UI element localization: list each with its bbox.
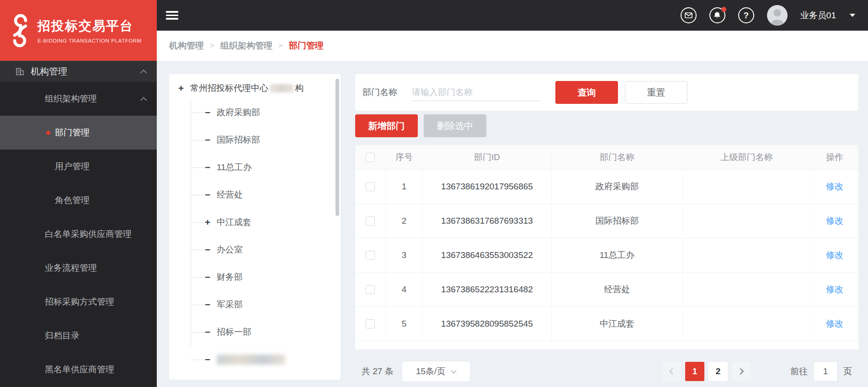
select-all-checkbox[interactable]: [366, 153, 375, 162]
tree-node-label: 办公室: [217, 244, 243, 256]
parent-dept-cell: [683, 238, 811, 272]
sidebar-item-archive-catalog[interactable]: 归档目录: [0, 319, 157, 353]
sidebar-item-bidding-method-mgmt[interactable]: 招标采购方式管理: [0, 285, 157, 319]
tree-node[interactable]: −: [169, 346, 341, 373]
reset-button[interactable]: 重置: [625, 81, 687, 104]
help-icon[interactable]: ?: [738, 7, 754, 23]
sidebar-item-label: 角色管理: [55, 194, 90, 206]
column-header: 部门ID: [423, 145, 552, 169]
row-index: 2: [386, 204, 423, 238]
tree-node[interactable]: −政府采购部: [169, 99, 341, 126]
page-button-1[interactable]: 1: [685, 362, 704, 381]
edit-link[interactable]: 修改: [826, 318, 843, 330]
row-checkbox[interactable]: [366, 319, 375, 328]
row-checkbox[interactable]: [366, 285, 375, 294]
tree-collapse-icon[interactable]: −: [205, 189, 217, 200]
search-field-label: 部门名称: [362, 86, 397, 98]
tree-collapse-icon[interactable]: −: [205, 327, 217, 338]
tree-node-label: 中江成套: [217, 216, 251, 228]
row-checkbox[interactable]: [366, 251, 375, 260]
app-logo[interactable]: 招投标交易平台 E-BIDDING TRANSACTION PLATFORM: [0, 0, 157, 61]
caret-down-icon[interactable]: [850, 14, 855, 17]
sidebar-item-department-mgmt[interactable]: 部门管理: [0, 116, 157, 150]
next-page-button[interactable]: [732, 362, 751, 381]
page-button-2[interactable]: 2: [708, 362, 728, 381]
tree-collapse-icon[interactable]: −: [205, 107, 217, 118]
goto-page-input[interactable]: [813, 361, 838, 382]
tree-collapse-icon[interactable]: −: [205, 244, 217, 255]
table-header: 序号 部门ID 部门名称 上级部门名称 操作: [355, 145, 858, 170]
tree-collapse-icon[interactable]: −: [205, 134, 217, 145]
edit-link[interactable]: 修改: [826, 249, 843, 261]
breadcrumb-item[interactable]: 组织架构管理: [220, 40, 272, 52]
sidebar-item-whitelist-supplier-mgmt[interactable]: 白名单采购供应商管理: [0, 217, 157, 251]
sidebar-item-org-structure-mgmt[interactable]: 组织架构管理: [0, 82, 157, 116]
row-index: 3: [386, 238, 423, 272]
tree-node[interactable]: −经营处: [169, 181, 341, 209]
add-department-button[interactable]: 新增部门: [355, 114, 418, 137]
table-row: 4 1367386522231316482 经营处 修改: [355, 273, 858, 307]
edit-link[interactable]: 修改: [826, 284, 843, 296]
row-checkbox[interactable]: [366, 182, 375, 191]
breadcrumb-item[interactable]: 机构管理: [169, 40, 204, 52]
topbar-actions: ? 业务员01: [681, 5, 855, 26]
tree-expand-icon[interactable]: +: [178, 83, 190, 94]
tree-root-node[interactable]: + 常州招投标代理中心 构: [169, 78, 341, 99]
notification-badge-dot: [721, 7, 726, 12]
sidebar-item-role-mgmt[interactable]: 角色管理: [0, 183, 157, 217]
redacted-blur: [270, 84, 293, 92]
app-subtitle: E-BIDDING TRANSACTION PLATFORM: [37, 38, 142, 43]
row-index: 4: [386, 273, 423, 306]
dept-name-cell: 经营处: [552, 273, 683, 306]
chevron-up-icon: [140, 97, 147, 103]
message-icon[interactable]: [681, 7, 697, 23]
edit-link[interactable]: 修改: [826, 181, 843, 193]
tree-node[interactable]: −办公室: [169, 236, 341, 263]
tree-collapse-icon[interactable]: −: [205, 272, 217, 283]
hamburger-menu-icon[interactable]: [166, 11, 178, 20]
tree-collapse-icon[interactable]: −: [205, 299, 217, 310]
tree-node[interactable]: −招标一部: [169, 318, 341, 346]
page-size-value: 15条/页: [416, 366, 445, 377]
tree-expand-icon[interactable]: +: [205, 217, 217, 228]
tree-root-label-prefix: 常州招投标代理中心: [190, 82, 268, 94]
page-size-select[interactable]: 15条/页: [402, 361, 470, 382]
pagination-bar: 共 27 条 15条/页 1 2 前往 页: [355, 360, 858, 383]
tree-node[interactable]: +中江成套: [169, 209, 341, 236]
column-header: 序号: [386, 145, 423, 169]
edit-link[interactable]: 修改: [826, 215, 843, 227]
sidebar: 招投标交易平台 E-BIDDING TRANSACTION PLATFORM 机…: [0, 0, 157, 387]
dept-id-cell: 1367386522231316482: [423, 273, 552, 306]
delete-selected-button[interactable]: 删除选中: [424, 114, 486, 137]
sidebar-item-institution-mgmt[interactable]: 机构管理: [0, 61, 157, 82]
row-checkbox[interactable]: [366, 216, 375, 226]
prev-page-button[interactable]: [662, 362, 681, 381]
row-index: 5: [386, 307, 423, 341]
sidebar-item-blacklist-supplier-mgmt[interactable]: 黑名单供应商管理: [0, 353, 157, 387]
department-table: 序号 部门ID 部门名称 上级部门名称 操作 1 136738619201795…: [355, 145, 858, 349]
tree-node[interactable]: −国际招标部: [169, 126, 341, 154]
avatar[interactable]: [767, 5, 788, 26]
dept-id-cell: 1367395828095852545: [423, 307, 552, 341]
total-count: 共 27 条: [362, 366, 394, 377]
dept-name-cell: 11总工办: [552, 238, 683, 272]
tree-node[interactable]: −11总工办: [169, 154, 341, 181]
tree-node[interactable]: −军采部: [169, 291, 341, 318]
sidebar-item-business-process-mgmt[interactable]: 业务流程管理: [0, 251, 157, 285]
tree-node-label: 国际招标部: [217, 134, 260, 146]
tree-scrollbar-thumb[interactable]: [335, 79, 339, 216]
chevron-up-icon: [140, 70, 147, 76]
breadcrumb-separator: >: [278, 41, 283, 50]
tree-node[interactable]: −财务部: [169, 263, 341, 291]
sidebar-item-user-mgmt[interactable]: 用户管理: [0, 150, 157, 183]
goto-label: 前往: [790, 366, 808, 377]
notification-bell-icon[interactable]: [709, 7, 725, 23]
chevron-left-icon: [669, 368, 676, 375]
department-name-input[interactable]: [411, 84, 541, 101]
sidebar-menu: 机构管理 组织架构管理 部门管理 用户管理 角色管理 白名单采购供应商管理 业务…: [0, 61, 157, 387]
tree-collapse-icon[interactable]: −: [205, 354, 217, 365]
user-menu[interactable]: 业务员01: [800, 10, 836, 22]
tree-collapse-icon[interactable]: −: [205, 162, 217, 173]
query-button[interactable]: 查询: [555, 81, 618, 104]
app-title: 招投标交易平台: [37, 17, 142, 35]
